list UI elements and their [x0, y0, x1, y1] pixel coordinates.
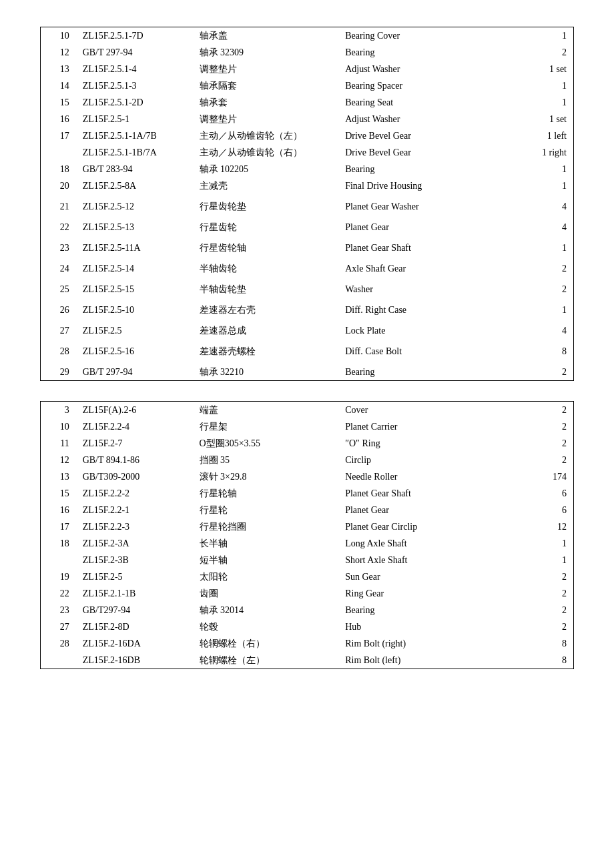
quantity: 1	[515, 94, 573, 111]
chinese-name: 主减壳	[194, 177, 340, 194]
item-number: 27	[41, 322, 77, 339]
quantity: 1	[515, 177, 573, 194]
part-number: ZL15F.2.2-3	[77, 518, 194, 535]
item-number: 28	[41, 343, 77, 360]
section1-table: 10 ZL15F.2.5.1-7D 轴承盖 Bearing Cover 1 12…	[40, 27, 574, 381]
chinese-name: 差速器总成	[194, 322, 340, 339]
chinese-name: 端盖	[194, 402, 340, 418]
part-number: ZL15F.2-3A	[77, 535, 194, 552]
part-number: ZL15F.2.5.1-1A/7B	[77, 127, 194, 144]
chinese-name: 轮毂	[194, 618, 340, 635]
item-number: 24	[41, 260, 77, 277]
table-row: 19 ZL15F.2-5 太阳轮 Sun Gear 2	[41, 568, 573, 585]
item-number: 12	[41, 44, 77, 61]
quantity: 1	[515, 27, 573, 44]
quantity: 1 left	[515, 127, 573, 144]
chinese-name: 主动／从动锥齿轮（左）	[194, 127, 340, 144]
table-row: 21 ZL15F.2.5-12 行星齿轮垫 Planet Gear Washer…	[41, 198, 573, 215]
item-number: 23	[41, 602, 77, 618]
chinese-name: 半轴齿轮垫	[194, 281, 340, 298]
table-row: 15 ZL15F.2.5.1-2D 轴承套 Bearing Seat 1	[41, 94, 573, 111]
quantity: 174	[515, 468, 573, 485]
chinese-name: 轴承 102205	[194, 161, 340, 177]
chinese-name: 行星轮	[194, 502, 340, 518]
part-number: GB/T 283-94	[77, 161, 194, 177]
table-row: 25 ZL15F.2.5-15 半轴齿轮垫 Washer 2	[41, 281, 573, 298]
english-name: Lock Plate	[340, 322, 515, 339]
english-name: Bearing Spacer	[340, 77, 515, 94]
item-number: 26	[41, 302, 77, 318]
table-row: 17 ZL15F.2.2-3 行星轮挡圈 Planet Gear Circlip…	[41, 518, 573, 535]
table-row: 18 GB/T 283-94 轴承 102205 Bearing 1	[41, 161, 573, 177]
part-number: ZL15F.2.2-2	[77, 485, 194, 502]
chinese-name: 行星轮挡圈	[194, 518, 340, 535]
chinese-name: 轴承盖	[194, 27, 340, 44]
item-number: 13	[41, 468, 77, 485]
part-number: ZL15F.2.5-11A	[77, 240, 194, 256]
chinese-name: 差速器壳螺栓	[194, 343, 340, 360]
table-row: 10 ZL15F.2.2-4 行星架 Planet Carrier 2	[41, 418, 573, 435]
chinese-name: 行星齿轮垫	[194, 198, 340, 215]
english-name: Long Axle Shaft	[340, 535, 515, 552]
quantity: 2	[515, 402, 573, 418]
item-number: 29	[41, 364, 77, 380]
english-name: Diff. Case Bolt	[340, 343, 515, 360]
part-number: ZL15F.2-16DB	[77, 652, 194, 669]
english-name: Bearing	[340, 44, 515, 61]
english-name: Drive Bevel Gear	[340, 127, 515, 144]
chinese-name: 轴承套	[194, 94, 340, 111]
english-name: Washer	[340, 281, 515, 298]
quantity: 6	[515, 485, 573, 502]
table-row: 20 ZL15F.2.5-8A 主减壳 Final Drive Housing …	[41, 177, 573, 194]
chinese-name: 轴承 32210	[194, 364, 340, 380]
english-name: Bearing	[340, 602, 515, 618]
quantity: 2	[515, 435, 573, 452]
item-number: 10	[41, 418, 77, 435]
quantity: 1	[515, 77, 573, 94]
quantity: 1	[515, 302, 573, 318]
part-number: ZL15F.2.5-10	[77, 302, 194, 318]
chinese-name: 齿圈	[194, 585, 340, 602]
part-number: GB/T 297-94	[77, 364, 194, 380]
table-row: 29 GB/T 297-94 轴承 32210 Bearing 2	[41, 364, 573, 380]
table-row: 27 ZL15F.2-8D 轮毂 Hub 2	[41, 618, 573, 635]
part-number: GB/T297-94	[77, 602, 194, 618]
quantity: 2	[515, 281, 573, 298]
quantity: 4	[515, 219, 573, 236]
part-number: ZL15F.2.2-4	[77, 418, 194, 435]
item-number: 13	[41, 61, 77, 77]
part-number: ZL15F.2.1-1B	[77, 585, 194, 602]
part-number: ZL15F.2-3B	[77, 552, 194, 568]
item-number: 28	[41, 635, 77, 652]
english-name: Ring Gear	[340, 585, 515, 602]
item-number: 14	[41, 77, 77, 94]
table-row: ZL15F.2.5.1-1B/7A 主动／从动锥齿轮（右） Drive Beve…	[41, 144, 573, 161]
chinese-name: 差速器左右壳	[194, 302, 340, 318]
table-row: 11 ZL15F.2-7 O型圈305×3.55 ″O″ Ring 2	[41, 435, 573, 452]
item-number: 23	[41, 240, 77, 256]
quantity: 2	[515, 452, 573, 468]
item-number: 20	[41, 177, 77, 194]
english-name: Bearing Seat	[340, 94, 515, 111]
part-number: GB/T 297-94	[77, 44, 194, 61]
item-number: 22	[41, 585, 77, 602]
english-name: Drive Bevel Gear	[340, 144, 515, 161]
english-name: Planet Gear Washer	[340, 198, 515, 215]
item-number: 18	[41, 161, 77, 177]
quantity: 2	[515, 568, 573, 585]
table-row: 3 ZL15F(A).2-6 端盖 Cover 2	[41, 402, 573, 418]
chinese-name: 调整垫片	[194, 111, 340, 127]
quantity: 1 right	[515, 144, 573, 161]
quantity: 1	[515, 552, 573, 568]
chinese-name: 长半轴	[194, 535, 340, 552]
table-row: ZL15F.2-3B 短半轴 Short Axle Shaft 1	[41, 552, 573, 568]
english-name: Hub	[340, 618, 515, 635]
table-row: 13 ZL15F.2.5.1-4 调整垫片 Adjust Washer 1 se…	[41, 61, 573, 77]
item-number: 19	[41, 568, 77, 585]
chinese-name: 行星轮轴	[194, 485, 340, 502]
chinese-name: 轴承 32014	[194, 602, 340, 618]
chinese-name: 主动／从动锥齿轮（右）	[194, 144, 340, 161]
chinese-name: 半轴齿轮	[194, 260, 340, 277]
quantity: 2	[515, 418, 573, 435]
table-row: 14 ZL15F.2.5.1-3 轴承隔套 Bearing Spacer 1	[41, 77, 573, 94]
